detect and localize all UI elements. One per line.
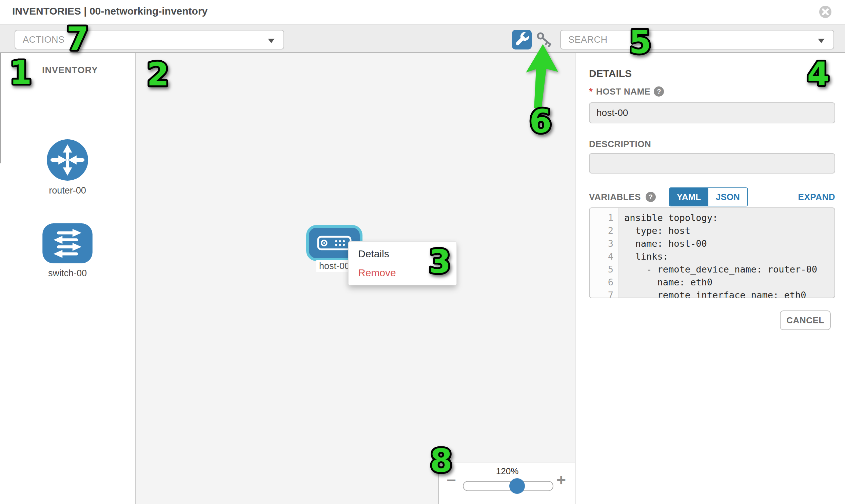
actions-dropdown-label: ACTIONS bbox=[23, 35, 65, 45]
configure-button[interactable] bbox=[512, 30, 532, 50]
key-button[interactable] bbox=[536, 32, 553, 47]
zoom-out-button[interactable]: − bbox=[446, 472, 456, 488]
expand-link[interactable]: EXPAND bbox=[798, 192, 835, 202]
zoom-in-button[interactable]: + bbox=[557, 472, 566, 488]
description-label: DESCRIPTION bbox=[589, 139, 651, 149]
help-icon[interactable]: ? bbox=[646, 192, 656, 202]
actions-dropdown[interactable]: ACTIONS bbox=[15, 30, 284, 50]
details-heading: DETAILS bbox=[589, 68, 632, 79]
context-menu: Details Remove bbox=[348, 241, 457, 285]
context-menu-item-remove[interactable]: Remove bbox=[349, 263, 456, 282]
code-line: 2 type: host bbox=[590, 224, 834, 237]
code-line: 4 links: bbox=[590, 250, 834, 263]
host-name-input[interactable] bbox=[589, 102, 835, 123]
code-line: 6 name: eth0 bbox=[590, 276, 834, 289]
zoom-control-panel: 120% − + bbox=[438, 463, 576, 504]
code-line: 5 - remote_device_name: router-00 bbox=[590, 263, 834, 276]
chevron-down-icon bbox=[268, 39, 275, 43]
description-label-row: DESCRIPTION bbox=[589, 139, 651, 149]
close-button[interactable] bbox=[819, 5, 832, 18]
search-dropdown-label: SEARCH bbox=[568, 35, 608, 45]
code-line: 1 ansible_topology: bbox=[590, 212, 834, 224]
key-icon bbox=[536, 32, 553, 47]
variables-label: VARIABLES bbox=[589, 192, 641, 202]
host-server-icon bbox=[317, 234, 352, 252]
code-line: 3 name: host-00 bbox=[590, 237, 834, 250]
search-dropdown[interactable]: SEARCH bbox=[560, 30, 834, 50]
host-name-label: HOST NAME bbox=[596, 86, 651, 97]
format-toggle: YAML JSON bbox=[669, 187, 748, 206]
chevron-down-icon bbox=[818, 39, 825, 43]
close-icon bbox=[819, 5, 832, 18]
context-menu-item-details[interactable]: Details bbox=[349, 245, 456, 263]
variables-row: VARIABLES ? YAML JSON EXPAND bbox=[589, 187, 835, 207]
header: INVENTORIES | 00-networking-inventory bbox=[0, 0, 845, 24]
details-panel: DETAILS * HOST NAME ? DESCRIPTION VARIAB… bbox=[576, 53, 845, 504]
sidebar-item-switch[interactable]: switch-00 bbox=[0, 223, 135, 278]
zoom-slider-thumb[interactable] bbox=[509, 478, 525, 494]
sidebar-item-label: switch-00 bbox=[0, 268, 135, 278]
inventory-sidebar: INVENTORY router-00 switch-00 bbox=[0, 53, 136, 504]
switch-icon bbox=[42, 223, 93, 263]
page-title: INVENTORIES | 00-networking-inventory bbox=[12, 5, 208, 17]
yaml-toggle-button[interactable]: YAML bbox=[669, 188, 708, 206]
sidebar-item-router[interactable]: router-00 bbox=[0, 139, 135, 196]
required-marker: * bbox=[589, 86, 593, 97]
json-toggle-button[interactable]: JSON bbox=[708, 188, 747, 206]
code-line: 7 remote_interface_name: eth0 bbox=[590, 289, 834, 298]
zoom-level-value: 120% bbox=[439, 466, 576, 476]
variables-code-editor[interactable]: 1 ansible_topology: 2 type: host 3 name:… bbox=[589, 208, 835, 298]
zoom-slider-track[interactable] bbox=[463, 481, 553, 491]
wrench-icon bbox=[513, 30, 531, 49]
topology-canvas[interactable]: host-00 Details Remove 120% − + bbox=[136, 53, 576, 504]
host-name-label-row: * HOST NAME ? bbox=[589, 86, 664, 97]
description-input[interactable] bbox=[589, 153, 835, 174]
code-rows: 1 ansible_topology: 2 type: host 3 name:… bbox=[590, 208, 834, 298]
sidebar-heading: INVENTORY bbox=[42, 65, 98, 76]
sidebar-item-label: router-00 bbox=[0, 185, 135, 196]
router-icon bbox=[47, 139, 88, 181]
cancel-button[interactable]: CANCEL bbox=[780, 310, 831, 330]
help-icon[interactable]: ? bbox=[654, 86, 664, 96]
